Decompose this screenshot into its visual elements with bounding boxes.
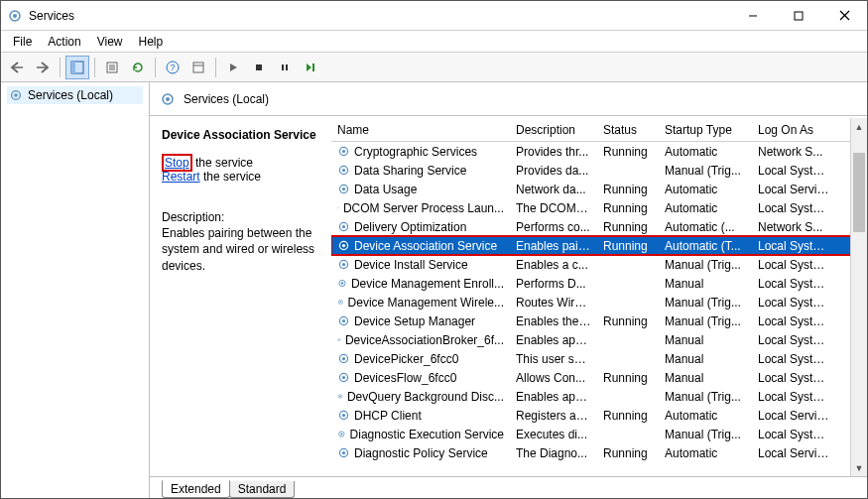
service-row[interactable]: Device Setup ManagerEnables the ...Runni… (331, 312, 867, 330)
svg-point-38 (339, 302, 341, 304)
menu-help[interactable]: Help (131, 33, 172, 51)
service-desc-cell: Registers an... (510, 409, 597, 423)
service-status-cell: Running (597, 145, 659, 159)
minimize-button[interactable] (730, 1, 776, 30)
service-logon-cell: Local Syste... (752, 239, 835, 253)
service-desc-cell: Network da... (510, 183, 597, 196)
service-row[interactable]: DevQuery Background Disc...Enables app..… (331, 387, 867, 406)
service-startup-cell: Automatic (659, 183, 752, 196)
service-name-cell: DevicePicker_6fcc0 (331, 352, 510, 366)
service-name-cell: DevicesFlow_6fcc0 (331, 371, 510, 385)
service-desc-cell: Enables the ... (510, 314, 597, 328)
service-row[interactable]: Device Management Enroll...Performs D...… (331, 274, 867, 293)
service-status-cell: Running (597, 239, 659, 253)
vertical-scrollbar[interactable]: ▲ ▼ (850, 118, 867, 476)
restart-service-button[interactable] (299, 56, 322, 79)
scroll-track[interactable] (851, 135, 867, 459)
service-startup-cell: Manual (659, 371, 752, 385)
service-startup-cell: Automatic (659, 145, 752, 159)
toolbar-separator (60, 58, 61, 77)
pause-service-button[interactable] (273, 56, 297, 79)
service-logon-cell: Local Syste... (752, 352, 835, 366)
restart-link[interactable]: Restart (162, 170, 200, 184)
svg-rect-15 (286, 64, 288, 70)
start-service-button[interactable] (221, 56, 245, 79)
service-row[interactable]: DevicePicker_6fcc0This user ser...Manual… (331, 349, 867, 368)
gear-icon (337, 333, 341, 346)
service-startup-cell: Manual (Trig... (659, 428, 752, 441)
service-row[interactable]: Delivery OptimizationPerforms co...Runni… (331, 217, 867, 236)
service-name-cell: Data Usage (331, 183, 510, 196)
service-logon-cell: Local Syste... (752, 164, 835, 178)
gear-icon (337, 164, 350, 177)
service-logon-cell: Local Syste... (752, 277, 835, 291)
gear-icon (337, 239, 350, 252)
col-startup[interactable]: Startup Type (659, 123, 752, 137)
service-row[interactable]: Cryptographic ServicesProvides thr...Run… (331, 142, 867, 161)
service-desc-cell: Provides thr... (510, 145, 597, 159)
service-row[interactable]: Diagnostic Execution ServiceExecutes di.… (331, 425, 867, 443)
service-startup-cell: Manual (659, 333, 752, 347)
close-button[interactable] (821, 1, 867, 30)
svg-point-18 (14, 93, 18, 97)
service-name-cell: Data Sharing Service (331, 164, 510, 178)
service-name-cell: Cryptographic Services (331, 145, 510, 159)
service-logon-cell: Local Syste... (752, 371, 835, 385)
service-status-cell: Running (597, 220, 659, 234)
refresh-button[interactable] (126, 56, 150, 79)
service-startup-cell: Manual (659, 277, 752, 291)
service-row[interactable]: Device Management Wirele...Routes Wire..… (331, 293, 867, 312)
service-status-cell: Running (597, 409, 659, 423)
service-status-cell: Running (597, 183, 659, 196)
menu-file[interactable]: File (5, 33, 40, 51)
service-row[interactable]: DeviceAssociationBroker_6f...Enables app… (331, 330, 867, 349)
scroll-down-button[interactable]: ▼ (851, 459, 867, 476)
service-row[interactable]: Data UsageNetwork da...RunningAutomaticL… (331, 180, 867, 198)
service-row[interactable]: DevicesFlow_6fcc0Allows Con...RunningMan… (331, 368, 867, 387)
svg-point-52 (340, 433, 342, 435)
forward-button[interactable] (31, 56, 55, 79)
service-row[interactable]: Diagnostic Policy ServiceThe Diagno...Ru… (331, 443, 867, 462)
menu-action[interactable]: Action (40, 33, 88, 51)
properties-button[interactable] (186, 56, 210, 79)
svg-point-20 (166, 97, 170, 101)
scroll-thumb[interactable] (853, 153, 865, 232)
svg-text:?: ? (170, 62, 175, 72)
show-hide-tree-button[interactable] (65, 56, 89, 79)
service-startup-cell: Manual (Trig... (659, 390, 752, 404)
service-startup-cell: Automatic (659, 201, 752, 215)
service-row[interactable]: Data Sharing ServiceProvides da...Manual… (331, 161, 867, 180)
service-logon-cell: Local Syste... (752, 390, 835, 404)
gear-icon (337, 352, 350, 365)
tree-services-local[interactable]: Services (Local) (7, 86, 143, 104)
service-name-cell: Device Association Service (331, 239, 510, 253)
service-row[interactable]: DCOM Server Process Laun...The DCOML...R… (331, 198, 867, 217)
back-button[interactable] (5, 56, 29, 79)
service-row[interactable]: Device Install ServiceEnables a c...Manu… (331, 255, 867, 274)
service-desc-cell: Performs co... (510, 220, 597, 234)
stop-service-button[interactable] (247, 56, 271, 79)
svg-point-32 (342, 244, 345, 247)
help-button[interactable]: ? (161, 56, 185, 79)
col-description[interactable]: Description (510, 123, 597, 137)
export-list-button[interactable] (100, 56, 124, 79)
stop-service-line: Stop the service (162, 156, 323, 170)
tab-extended[interactable]: Extended (162, 480, 230, 498)
col-name[interactable]: Name (331, 123, 510, 137)
menu-view[interactable]: View (89, 33, 131, 51)
tree-root-label: Services (Local) (28, 88, 113, 102)
service-row[interactable]: DHCP ClientRegisters an...RunningAutomat… (331, 406, 867, 425)
col-logon[interactable]: Log On As (752, 123, 835, 137)
svg-point-42 (338, 339, 339, 340)
scroll-up-button[interactable]: ▲ (851, 118, 867, 135)
service-name-cell: Device Install Service (331, 258, 510, 272)
toolbar-separator (155, 58, 156, 77)
tab-standard[interactable]: Standard (229, 481, 296, 498)
service-row[interactable]: Device Association ServiceEnables pair..… (331, 236, 867, 255)
service-status-cell: Running (597, 201, 659, 215)
gear-icon (337, 201, 339, 214)
svg-rect-3 (795, 12, 803, 20)
titlebar: Services (1, 1, 867, 31)
col-status[interactable]: Status (597, 123, 659, 137)
maximize-button[interactable] (776, 1, 821, 30)
